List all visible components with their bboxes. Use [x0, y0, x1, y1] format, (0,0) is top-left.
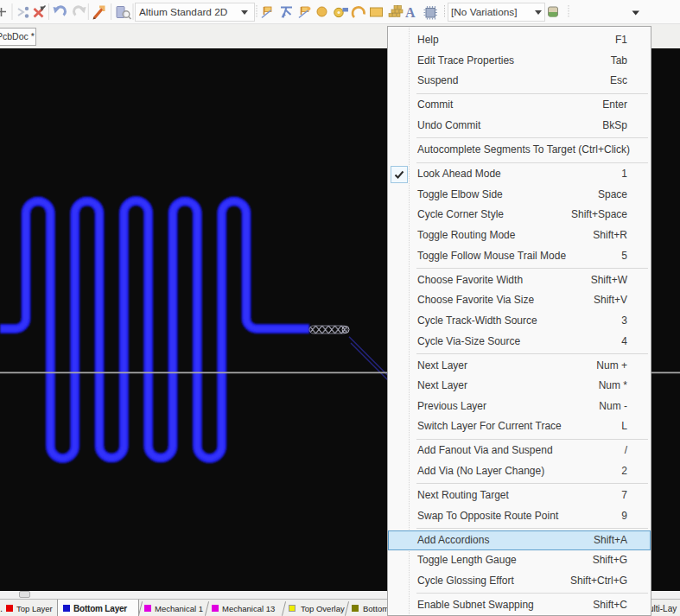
svg-text:[No Variations]: [No Variations] — [451, 6, 518, 18]
svg-text:A: A — [405, 5, 416, 20]
svg-text:Altium Standard 2D: Altium Standard 2D — [139, 6, 227, 18]
